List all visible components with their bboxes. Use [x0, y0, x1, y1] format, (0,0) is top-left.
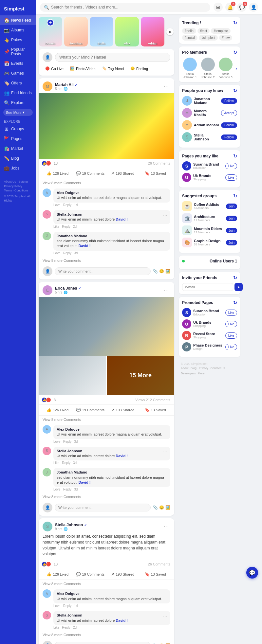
pages-refresh-button[interactable]: ↻	[233, 153, 237, 159]
like-action[interactable]: Like	[53, 461, 59, 465]
sidebar-item-pokes[interactable]: 👆 Pokes	[0, 35, 36, 45]
reply-action[interactable]: Reply	[63, 251, 72, 255]
pro-member-2[interactable]: Stella Johnson 2	[200, 58, 215, 79]
story-jonathan[interactable]: Jonathan	[64, 17, 88, 46]
story-stella[interactable]: Stella	[90, 17, 113, 46]
invite-refresh-button[interactable]: ↻	[233, 275, 237, 280]
love-action[interactable]: Love	[53, 488, 61, 491]
sidebar-item-news-feed[interactable]: 🏠 News Feed	[0, 15, 36, 25]
pro-members-arrow[interactable]: ›	[235, 66, 237, 71]
tag-hello[interactable]: #hello	[182, 28, 196, 34]
post-3-like-button[interactable]: 👍 126 Liked	[41, 570, 74, 578]
see-more-button[interactable]: See More ▾	[3, 109, 33, 116]
promoted-like-uk[interactable]: Like	[225, 321, 237, 327]
invite-email-input[interactable]	[182, 283, 233, 291]
join-coffee-button[interactable]: Join	[226, 204, 237, 209]
feeling-button[interactable]: 😊 Feeling	[128, 65, 151, 72]
photo-video-button[interactable]: 🖼️ Photo/Video	[67, 65, 98, 72]
follow-stella-button[interactable]: Follow	[221, 134, 237, 140]
grid-view-button[interactable]: ⊞	[214, 3, 223, 12]
footer-contact[interactable]: Contact Us	[211, 367, 225, 370]
post-1-view-more-comments[interactable]: View 8 more Comments	[39, 179, 174, 187]
reply-action[interactable]: Reply	[62, 225, 70, 228]
like-suranna-button[interactable]: Like	[225, 163, 237, 169]
tag-new[interactable]: #new	[219, 35, 232, 41]
post-1-like-button[interactable]: 👍 126 Liked	[41, 170, 74, 177]
post-3-comment-button[interactable]: 💬 19 Comments	[74, 570, 107, 578]
pro-member-1[interactable]: Stella Johnson 1	[182, 58, 198, 79]
post-3-share-button[interactable]: ↗ 193 Shared	[106, 570, 139, 578]
search-input[interactable]	[51, 5, 206, 9]
footer-about[interactable]: About	[181, 367, 189, 370]
sidebar-item-find-friends[interactable]: 👥 Find friends	[0, 88, 36, 98]
tag-test[interactable]: #test	[197, 28, 210, 34]
follow-adrian-button[interactable]: Follow	[221, 122, 237, 128]
join-mountain-button[interactable]: Join	[226, 228, 237, 233]
post-2-view-more-comments[interactable]: View 8 more Comments	[39, 416, 174, 423]
sidebar-item-jobs[interactable]: 💼 Jobs	[0, 163, 36, 173]
trending-refresh-button[interactable]: ↻	[233, 20, 237, 26]
reply-action[interactable]: Reply	[63, 203, 72, 207]
promoted-refresh-button[interactable]: ↻	[233, 300, 237, 305]
stories-next-button[interactable]: ▶	[166, 28, 174, 35]
footer-privacy[interactable]: Privacy	[199, 367, 209, 370]
sidebar-item-pages[interactable]: 🚩 Pages	[0, 134, 36, 144]
like-action[interactable]: Like	[53, 225, 59, 228]
sidebar-item-groups[interactable]: ⊞ Groups	[0, 124, 36, 134]
write-comment-input[interactable]	[55, 267, 151, 275]
tag-simplest[interactable]: #simplest	[199, 35, 218, 41]
post-2-more-button[interactable]: ···	[162, 287, 170, 293]
people-refresh-button[interactable]: ↻	[233, 88, 237, 93]
love-action[interactable]: Love	[53, 440, 61, 443]
footer-blog[interactable]: Blog	[191, 367, 196, 370]
messages-button[interactable]: 💬 3	[237, 3, 246, 12]
sidebar-item-events[interactable]: 📅 Events	[0, 59, 36, 68]
tag-template[interactable]: #template	[211, 28, 231, 34]
comment-more-button[interactable]: ···	[163, 212, 167, 219]
groups-refresh-button[interactable]: ↻	[233, 193, 237, 199]
like-uk-button[interactable]: Like	[225, 174, 237, 181]
invite-send-button[interactable]: ➤	[234, 283, 243, 291]
footer-more[interactable]: More ↓	[198, 372, 207, 375]
post-3-view-more-comments[interactable]: View 8 more Comments	[39, 580, 174, 588]
write-comment-input[interactable]	[55, 642, 151, 644]
story-alex[interactable]: Alex	[115, 17, 139, 46]
post-1-view-more-comments-2[interactable]: View 8 more Comments	[39, 257, 174, 264]
love-action[interactable]: Love	[53, 203, 61, 207]
sidebar-item-albums[interactable]: 📷 Albums	[0, 25, 36, 35]
promoted-like-phase[interactable]: Like	[225, 344, 237, 350]
create-post-input[interactable]	[55, 53, 170, 62]
tag-social[interactable]: #social	[182, 35, 197, 41]
reply-action[interactable]: Reply	[62, 461, 70, 465]
story-adrian[interactable]: Adrian	[141, 17, 164, 46]
add-story-card[interactable]: + Dennis	[39, 17, 62, 46]
post-1-save-button[interactable]: 🔖 13 Saved	[139, 170, 172, 177]
search-bar[interactable]: 🔍	[40, 3, 210, 12]
post-3-view-more-comments-2[interactable]: View 8 more Comments	[39, 631, 174, 639]
promoted-like-suranna[interactable]: Like	[225, 310, 237, 316]
footer-developers[interactable]: Developers	[181, 372, 196, 375]
post-2-share-button[interactable]: ↗ 193 Shared	[106, 406, 139, 414]
love-action[interactable]: Love	[53, 251, 61, 255]
fab-button[interactable]: 💬	[246, 567, 258, 579]
accept-monera-button[interactable]: Accept	[221, 110, 237, 116]
join-graphic-button[interactable]: Join	[226, 240, 237, 245]
sidebar-item-games[interactable]: 🎮 Games	[0, 68, 36, 78]
post-2-view-more-comments-2[interactable]: View 8 more Comments	[39, 493, 174, 501]
reply-action[interactable]: Reply	[62, 626, 70, 629]
pro-member-3[interactable]: Stella Johnson 3	[218, 58, 234, 79]
post-1-comment-button[interactable]: 💬 19 Comments	[74, 170, 107, 177]
write-comment-input[interactable]	[55, 504, 151, 511]
profile-button[interactable]: 👤	[249, 3, 258, 12]
post-3-more-button[interactable]: ···	[162, 524, 170, 529]
tag-friend-button[interactable]: 🏷️ Tag friend	[100, 65, 126, 72]
post-3-save-button[interactable]: 🔖 13 Saved	[139, 570, 172, 578]
post-1-more-button[interactable]: ···	[162, 83, 170, 89]
love-action[interactable]: Love	[53, 604, 61, 608]
reply-action[interactable]: Reply	[63, 488, 72, 491]
sidebar-item-offers[interactable]: 🏷️ Offers	[0, 78, 36, 88]
sidebar-item-popular-posts[interactable]: 📌 Popular Posts	[0, 45, 36, 59]
like-action[interactable]: Like	[53, 626, 59, 629]
follow-jonathan-button[interactable]: Follow	[221, 98, 237, 104]
sidebar-item-blog[interactable]: ✏️ Blog	[0, 153, 36, 163]
